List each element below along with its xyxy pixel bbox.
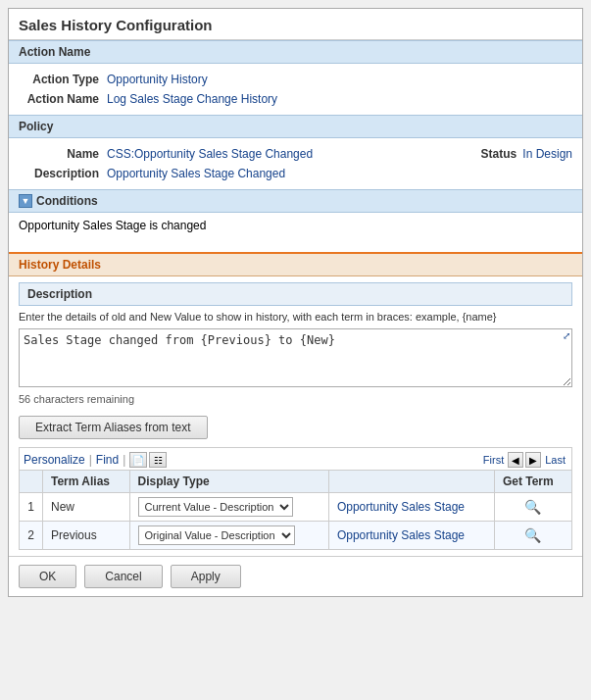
desc-help-text: Enter the details of old and New Value t… (19, 306, 572, 328)
policy-desc-value: Opportunity Sales Stage Changed (107, 167, 285, 180)
desc-subheader: Description (19, 282, 572, 306)
policy-name-label: Name (19, 147, 107, 161)
find-link[interactable]: Find (96, 453, 119, 467)
history-section: History Details Description Enter the de… (9, 252, 582, 556)
history-header: History Details (9, 254, 582, 276)
policy-name-row: Name CSS:Opportunity Sales Stage Changed… (19, 144, 572, 164)
conditions-body: Opportunity Sales Stage is changed (9, 213, 582, 252)
extract-term-button[interactable]: Extract Term Aliases from text (19, 416, 208, 439)
action-type-label: Action Type (19, 73, 107, 86)
table-row: 1NewCurrent Value - DescriptionOpportuni… (20, 493, 572, 522)
next-arrow[interactable]: ▶ (525, 452, 541, 468)
col-term-alias: Term Alias (43, 471, 130, 493)
apply-button[interactable]: Apply (171, 565, 241, 588)
grid-icon-btn[interactable]: ☷ (149, 452, 167, 468)
row-num: 1 (20, 493, 43, 522)
page-title: Sales History Configuration (9, 9, 582, 40)
policy-desc-label: Description (19, 167, 107, 180)
personalize-link[interactable]: Personalize (24, 453, 85, 467)
policy-name-value: CSS:Opportunity Sales Stage Changed (107, 147, 313, 161)
prev-arrow[interactable]: ◀ (508, 452, 523, 468)
col-display-type: Display Type (129, 471, 328, 493)
ok-button[interactable]: OK (19, 565, 76, 588)
action-name-value: Log Sales Stage Change History (107, 92, 277, 106)
action-name-label: Action Name (19, 92, 107, 106)
action-type-row: Action Type Opportunity History (19, 70, 572, 89)
action-name-header: Action Name (9, 40, 582, 64)
main-container: Sales History Configuration Action Name … (8, 8, 583, 597)
row-num: 2 (20, 522, 43, 550)
display-type-select[interactable]: Original Value - Description (138, 525, 295, 545)
cancel-button[interactable]: Cancel (84, 565, 162, 588)
table-row: 2PreviousOriginal Value - DescriptionOpp… (20, 522, 572, 550)
status-value: In Design (522, 147, 572, 161)
policy-status-group: Status In Design (481, 147, 572, 161)
conditions-header: ▼ Conditions (9, 189, 582, 213)
action-name-section: Action Name Action Type Opportunity Hist… (9, 40, 582, 115)
toolbar-sep-1: | (87, 453, 94, 467)
term-aliases-table: Term Alias Display Type Get Term 1NewCur… (19, 470, 572, 550)
action-name-body: Action Type Opportunity History Action N… (9, 64, 582, 115)
table-toolbar: Personalize | Find | 📄 ☷ First ◀ ▶ Last (19, 447, 572, 470)
display-type-cell: Original Value - Description (129, 522, 328, 550)
policy-section: Policy Name CSS:Opportunity Sales Stage … (9, 115, 582, 189)
term-link[interactable]: Opportunity Sales Stage (337, 528, 465, 542)
col-link (328, 471, 494, 493)
get-term-icon[interactable]: 🔍 (524, 527, 541, 543)
view-icon-btn[interactable]: 📄 (129, 452, 147, 468)
conditions-section: ▼ Conditions Opportunity Sales Stage is … (9, 189, 582, 252)
term-link[interactable]: Opportunity Sales Stage (337, 500, 465, 514)
chars-remaining: 56 characters remaining (19, 390, 572, 408)
col-get-term: Get Term (494, 471, 571, 493)
display-type-cell: Current Value - Description (129, 493, 328, 522)
first-nav[interactable]: First (481, 454, 506, 466)
conditions-toggle-icon[interactable]: ▼ (19, 194, 32, 208)
get-term-icon[interactable]: 🔍 (524, 499, 541, 515)
status-label: Status (481, 147, 523, 161)
display-type-select[interactable]: Current Value - Description (138, 497, 293, 517)
action-name-row: Action Name Log Sales Stage Change Histo… (19, 89, 572, 109)
conditions-header-label: Conditions (36, 194, 98, 208)
get-term-cell: 🔍 (494, 493, 571, 522)
action-type-value: Opportunity History (107, 73, 208, 86)
link-cell: Opportunity Sales Stage (328, 493, 494, 522)
policy-body: Name CSS:Opportunity Sales Stage Changed… (9, 138, 582, 189)
description-textarea[interactable] (19, 328, 572, 387)
last-nav[interactable]: Last (543, 454, 567, 466)
col-num (20, 471, 43, 493)
policy-header: Policy (9, 115, 582, 138)
table-body: 1NewCurrent Value - DescriptionOpportuni… (20, 493, 572, 550)
policy-desc-row: Description Opportunity Sales Stage Chan… (19, 164, 572, 183)
toolbar-sep-2: | (121, 453, 127, 467)
expand-textarea-icon[interactable]: ⤢ (563, 330, 570, 341)
history-body: Description Enter the details of old and… (9, 276, 582, 556)
button-bar: OK Cancel Apply (9, 556, 582, 596)
conditions-content: Opportunity Sales Stage is changed (19, 219, 206, 232)
get-term-cell: 🔍 (494, 522, 571, 550)
term-alias-cell: New (43, 493, 130, 522)
term-alias-cell: Previous (43, 522, 130, 550)
link-cell: Opportunity Sales Stage (328, 522, 494, 550)
table-header-row: Term Alias Display Type Get Term (20, 471, 572, 493)
